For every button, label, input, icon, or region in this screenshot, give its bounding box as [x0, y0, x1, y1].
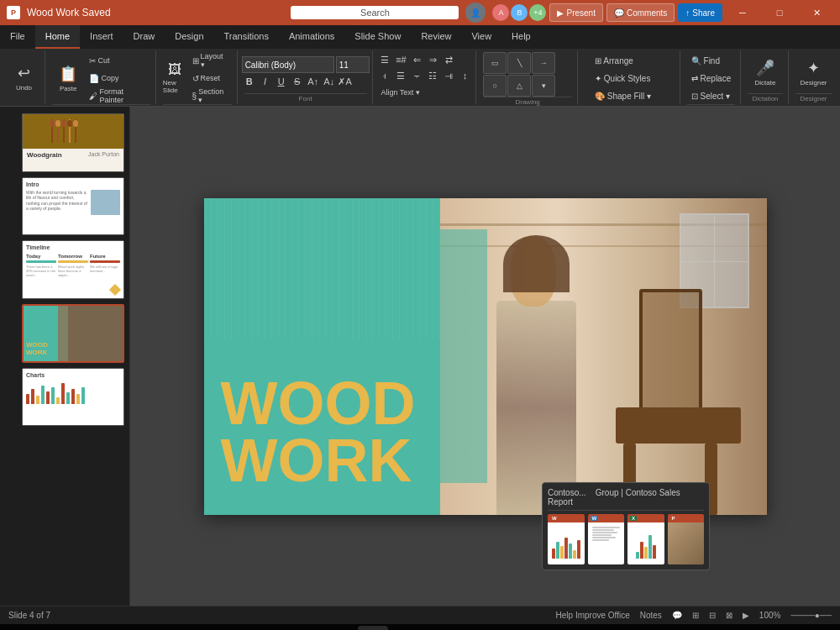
popup-preview-3[interactable]: X	[627, 514, 664, 564]
comments-button[interactable]: 💬 Comments	[606, 3, 675, 22]
line-spacing-button[interactable]: ↕	[457, 68, 472, 83]
popup-preview-4[interactable]: P	[668, 514, 705, 564]
strikethrough-button[interactable]: S	[290, 74, 305, 89]
thumb3-title: Timeline	[26, 244, 120, 250]
notes-button[interactable]: Notes	[640, 611, 662, 620]
popup-title: Contoso... Group | Contoso Sales Report	[548, 488, 704, 511]
view-presentation[interactable]: ▶	[743, 611, 749, 620]
format-painter-button[interactable]: 🖌 Format Painter	[86, 87, 150, 104]
find-button[interactable]: 🔍 Find	[688, 52, 734, 69]
help-improve[interactable]: Help Improve Office	[556, 611, 630, 620]
start-button[interactable]: ⊞	[7, 626, 37, 630]
tab-view[interactable]: View	[461, 25, 501, 49]
taskbar-word[interactable]: W	[390, 626, 420, 630]
taskbar-chat[interactable]: 💬	[102, 626, 133, 630]
reset-button[interactable]: ↺ Reset	[189, 70, 232, 87]
dictate-button[interactable]: 🎤 Dictate	[753, 55, 778, 91]
tab-review[interactable]: Review	[411, 25, 461, 49]
tab-slideshow[interactable]: Slide Show	[344, 25, 411, 49]
view-slide-sorter[interactable]: ⊟	[709, 611, 716, 620]
shape-triangle[interactable]: △	[507, 75, 531, 97]
slide-thumb-3[interactable]: Timeline Today There has been a 20% incr…	[22, 240, 124, 299]
cut-button[interactable]: ✂ Cut	[86, 52, 150, 69]
tab-animations[interactable]: Animations	[279, 25, 344, 49]
section-button[interactable]: § Section ▾	[189, 87, 232, 104]
shape-oval[interactable]: ○	[483, 75, 507, 97]
select-button[interactable]: ⊡ Select ▾	[688, 87, 734, 104]
clear-format-button[interactable]: ✗A	[338, 74, 353, 89]
italic-button[interactable]: I	[258, 74, 273, 89]
copy-button[interactable]: 📄 Copy	[86, 70, 150, 87]
align-left-button[interactable]: ⫞	[377, 68, 392, 83]
increase-indent-button[interactable]: ⇒	[425, 52, 440, 67]
slide-thumb-4[interactable]: WOODWORK	[22, 304, 124, 363]
ribbon-group-editing: 🔍 Find ⇄ Replace ⊡ Select ▾ Editing	[682, 50, 741, 104]
tab-file[interactable]: File	[0, 25, 35, 49]
shape-more[interactable]: ▾	[532, 75, 555, 97]
tab-design[interactable]: Design	[165, 25, 213, 49]
slide-thumb-2[interactable]: Intro With the world turning towards a l…	[22, 177, 124, 236]
right-controls: 👤 A B +4 ▶ Present 💬 Comments ↑ Share ─ …	[465, 3, 833, 23]
font-size-increase-button[interactable]: A↑	[306, 74, 321, 89]
align-right-button[interactable]: ⫟	[409, 68, 424, 83]
slide-main[interactable]: WOOD WORK	[204, 198, 767, 515]
main-area: 1	[0, 107, 840, 606]
shape-rect[interactable]: ▭	[483, 52, 507, 74]
search-button[interactable]: 🔍	[39, 626, 69, 630]
align-center-button[interactable]: ☰	[393, 68, 408, 83]
taskbar-explorer[interactable]: 📁	[134, 626, 165, 630]
designer-button[interactable]: ✦ Designer	[801, 55, 827, 91]
justify-button[interactable]: ☷	[425, 68, 440, 83]
view-normal[interactable]: ⊞	[692, 611, 699, 620]
zoom-slider[interactable]: ────●──	[790, 611, 832, 620]
taskbar-excel[interactable]: 📊	[294, 626, 324, 630]
underline-button[interactable]: U	[274, 74, 289, 89]
new-slide-button[interactable]: 🖼 New Slide	[163, 60, 187, 96]
shape-arrow[interactable]: →	[532, 52, 555, 74]
replace-button[interactable]: ⇄ Replace	[688, 70, 734, 87]
arrange-button[interactable]: ⊞ Arrange	[591, 52, 668, 69]
shape-fill-button[interactable]: 🎨 Shape Fill ▾	[591, 87, 668, 104]
shape-line[interactable]: ╲	[507, 52, 531, 74]
tab-transitions[interactable]: Transitions	[214, 25, 279, 49]
task-view-button[interactable]: ⧉	[71, 626, 101, 630]
layout-button[interactable]: ⊞ Layout ▾	[189, 52, 232, 69]
user-avatar[interactable]: 👤	[465, 3, 486, 23]
taskbar-mail[interactable]: ✉	[198, 626, 228, 630]
share-button[interactable]: ↑ Share	[678, 3, 722, 22]
tab-insert[interactable]: Insert	[80, 25, 123, 49]
paste-button[interactable]: 📋 Paste	[52, 60, 84, 96]
close-button[interactable]: ✕	[800, 3, 833, 22]
taskbar-powerpoint[interactable]: 📊	[358, 626, 388, 630]
decrease-indent-button[interactable]: ⇐	[409, 52, 424, 67]
rtl-button[interactable]: ⇄	[441, 52, 456, 67]
undo-button[interactable]: ↩ Undo	[12, 60, 37, 95]
present-button[interactable]: ▶ Present	[549, 3, 602, 22]
popup-preview-2[interactable]: W	[588, 514, 625, 564]
minimize-button[interactable]: ─	[726, 3, 759, 22]
taskbar-edge[interactable]: 🌐	[166, 626, 197, 630]
search-box[interactable]: Search	[291, 6, 459, 19]
numbering-button[interactable]: ≡#	[393, 52, 408, 67]
tab-help[interactable]: Help	[501, 25, 541, 49]
maximize-button[interactable]: □	[763, 3, 796, 22]
align-text-button[interactable]: Align Text ▾	[377, 84, 472, 101]
bullets-button[interactable]: ☰	[377, 52, 392, 67]
view-reading[interactable]: ⊠	[726, 611, 732, 620]
font-face-input[interactable]	[242, 56, 334, 73]
bold-button[interactable]: B	[242, 74, 257, 89]
quick-styles-button[interactable]: ✦ Quick Styles	[591, 70, 668, 87]
slide-thumb-5[interactable]: Charts	[22, 368, 124, 427]
columns-button[interactable]: ⫣	[441, 68, 456, 83]
taskbar-teams[interactable]: 👥	[326, 626, 356, 630]
popup-preview-1[interactable]: W	[548, 514, 585, 564]
taskbar-calendar[interactable]: 📅	[230, 626, 260, 630]
font-size-decrease-button[interactable]: A↓	[322, 74, 337, 89]
comments-btn[interactable]: 💬	[672, 611, 682, 620]
font-size-input[interactable]	[336, 56, 370, 73]
slide-thumb-1[interactable]: Woodgrain Jack Purton	[22, 113, 124, 172]
tab-home[interactable]: Home	[35, 25, 80, 49]
thumb2-image	[91, 190, 120, 215]
taskbar-store[interactable]: 🛍	[262, 626, 292, 630]
tab-draw[interactable]: Draw	[123, 25, 165, 49]
